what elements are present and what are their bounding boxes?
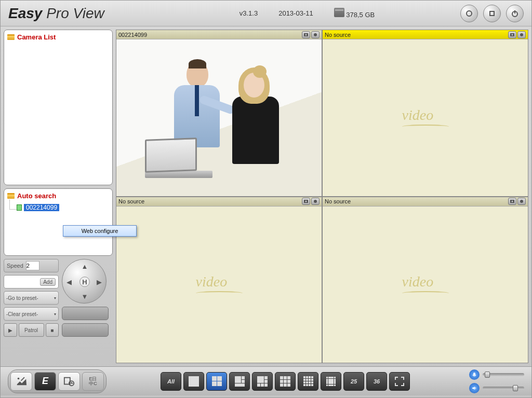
tool-button-group: E E日中C — [8, 369, 107, 393]
record-toggle-icon[interactable] — [311, 198, 320, 205]
folder-icon — [7, 34, 15, 40]
video-placeholder: video — [116, 207, 322, 363]
person-figure — [235, 71, 287, 169]
camera-list-panel: Camera List — [4, 30, 113, 185]
audio-controls — [469, 369, 524, 393]
app-logo: Easy Pro View — [8, 5, 154, 22]
goto-preset-select[interactable]: -Go to preset- — [4, 291, 59, 305]
logo-bold: Easy — [8, 5, 42, 21]
layout-6-button[interactable] — [229, 372, 250, 391]
cell-header: No source — [323, 30, 528, 39]
preset-name-input[interactable] — [7, 277, 37, 286]
svg-rect-1 — [490, 11, 494, 16]
main-area: Camera List Auto search 002214099 Speed — [1, 26, 531, 366]
ptz-right-button[interactable]: ▶ — [94, 277, 104, 287]
patrol-stop-button[interactable]: ■ — [46, 323, 59, 337]
layout-16-button[interactable] — [298, 372, 318, 391]
layout-custom-button[interactable] — [321, 372, 341, 391]
layout-all-button[interactable]: All — [161, 372, 181, 391]
preset-name-row: Add — [4, 275, 59, 289]
device-tree-item[interactable]: 002214099 — [17, 204, 109, 211]
logo-light: Pro View — [42, 5, 104, 21]
sidebar: Camera List Auto search 002214099 Speed — [4, 30, 113, 363]
cell-title: No source — [118, 198, 144, 204]
schedule-button[interactable] — [58, 372, 80, 391]
context-menu: Web configure — [63, 225, 137, 237]
svg-point-14 — [512, 201, 513, 202]
header-info: v3.1.3 2013-03-11 378,5 GB — [154, 8, 460, 19]
svg-point-8 — [512, 34, 513, 35]
ptz-extra-button-1[interactable] — [62, 307, 109, 320]
svg-point-9 — [520, 33, 523, 36]
svg-point-6 — [314, 33, 317, 36]
camera-list-label: Camera List — [17, 33, 56, 41]
snapshot-icon[interactable] — [508, 31, 516, 38]
snapshot-icon[interactable] — [508, 198, 516, 205]
speed-label: Speed — [7, 263, 23, 269]
layout-36-button[interactable]: 36 — [366, 372, 387, 391]
layout-25-button[interactable]: 25 — [343, 372, 364, 391]
cell-header: No source — [116, 197, 322, 207]
video-cell-4[interactable]: No source video — [323, 197, 528, 363]
app-version: v3.1.3 — [240, 9, 258, 17]
video-cell-2[interactable]: No source video — [323, 30, 528, 196]
layout-9-button[interactable] — [275, 372, 296, 391]
svg-point-16 — [18, 377, 20, 379]
device-id[interactable]: 002214099 — [24, 204, 59, 211]
layout-1-button[interactable] — [183, 372, 204, 391]
video-feed — [116, 39, 322, 196]
video-grid: 002214099 No source video No source — [116, 30, 528, 363]
mic-slider[interactable] — [483, 373, 524, 376]
language-button[interactable]: E日中C — [82, 372, 104, 391]
speaker-icon[interactable] — [469, 383, 480, 393]
cell-header: No source — [323, 197, 528, 207]
svg-rect-20 — [473, 373, 475, 376]
ptz-up-button[interactable]: ▲ — [79, 261, 90, 271]
speed-control: Speed — [4, 259, 59, 272]
record-toggle-icon[interactable] — [311, 31, 320, 38]
svg-point-12 — [314, 200, 317, 203]
record-toggle-icon[interactable] — [517, 31, 526, 38]
record-toggle-icon[interactable] — [517, 198, 526, 205]
app-date: 2013-03-11 — [278, 9, 313, 17]
speaker-slider[interactable] — [483, 387, 524, 390]
context-web-configure[interactable]: Web configure — [68, 228, 132, 234]
snapshot-icon[interactable] — [302, 198, 310, 205]
cell-title: No source — [325, 32, 351, 38]
layout-4-button[interactable] — [206, 372, 227, 391]
ptz-panel: Speed Add -Go to preset- -Clear preset- … — [4, 259, 113, 358]
header-buttons — [460, 5, 524, 22]
ptz-extra-button-2[interactable] — [62, 323, 109, 337]
ptz-down-button[interactable]: ▼ — [79, 291, 90, 301]
camera-list-title: Camera List — [7, 33, 109, 41]
storage-info: 378,5 GB — [334, 8, 375, 19]
clear-preset-select[interactable]: -Clear preset- — [4, 307, 59, 321]
mic-icon[interactable] — [469, 369, 480, 380]
svg-point-11 — [305, 201, 307, 202]
patrol-button[interactable]: Patrol — [19, 323, 44, 337]
settings-button[interactable] — [10, 372, 32, 391]
video-cell-1[interactable]: 002214099 — [116, 30, 322, 196]
auto-search-panel: Auto search 002214099 — [4, 188, 113, 256]
ptz-dial: ▲ ▼ ◀ ▶ H — [62, 259, 107, 304]
cell-title: 002214099 — [118, 32, 147, 38]
events-button[interactable]: E — [34, 372, 56, 391]
ptz-left-button[interactable]: ◀ — [64, 277, 74, 287]
speed-input[interactable] — [26, 261, 39, 270]
snapshot-icon[interactable] — [302, 31, 310, 38]
layout-8-button[interactable] — [252, 372, 273, 391]
app-header: Easy Pro View v3.1.3 2013-03-11 378,5 GB — [1, 1, 531, 26]
stop-button[interactable] — [483, 5, 501, 22]
patrol-play-button[interactable]: ▶ — [4, 323, 17, 337]
power-button[interactable] — [506, 5, 524, 22]
ptz-home-button[interactable]: H — [79, 277, 90, 287]
storage-value: 378,5 GB — [346, 11, 375, 19]
video-cell-3[interactable]: No source video — [116, 197, 322, 363]
folder-icon — [7, 193, 15, 199]
svg-point-0 — [467, 11, 472, 16]
cell-header: 002214099 — [116, 30, 322, 39]
fullscreen-button[interactable] — [389, 372, 410, 391]
record-button[interactable] — [460, 5, 478, 22]
add-preset-button[interactable]: Add — [40, 278, 56, 286]
svg-rect-17 — [21, 377, 25, 381]
